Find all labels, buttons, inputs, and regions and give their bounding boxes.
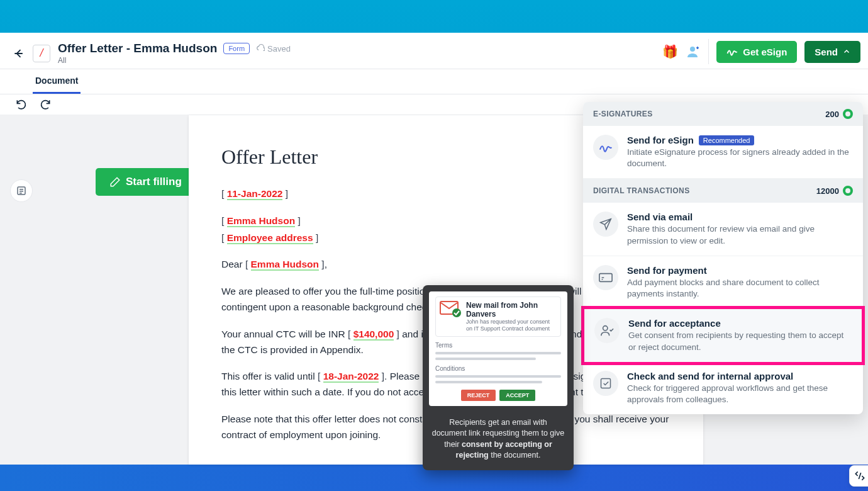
section-esignatures: E-SIGNATURES 200	[583, 102, 863, 126]
send-button[interactable]: Send	[804, 41, 860, 63]
item-send-for-payment[interactable]: Send for payment Add payment blocks and …	[583, 256, 863, 309]
signature-icon	[593, 135, 618, 160]
field-ctc[interactable]: $140,000	[353, 329, 394, 341]
recommended-badge: Recommended	[699, 135, 755, 145]
svg-point-7	[452, 308, 461, 317]
start-filling-button[interactable]: Start filling	[96, 168, 196, 196]
app-logo: /	[33, 45, 50, 62]
section-digital-transactions: DIGITAL TRANSACTIONS 12000	[583, 179, 863, 203]
field-date[interactable]: 11-Jan-2022	[227, 188, 283, 200]
saved-indicator: Saved	[256, 44, 291, 54]
form-badge: Form	[223, 43, 250, 54]
app-container: / Offer Letter - Emma Hudson Form Saved …	[0, 33, 868, 458]
envelope-icon	[440, 301, 461, 317]
document-title: Offer Letter - Emma Hudson	[58, 42, 217, 55]
tabs: Document	[0, 69, 868, 94]
add-user-icon[interactable]	[686, 44, 701, 59]
paper-plane-icon	[593, 212, 618, 237]
card-icon	[593, 265, 618, 290]
gift-icon[interactable]: 🎁	[662, 44, 678, 59]
svg-point-4	[603, 326, 608, 330]
field-validity[interactable]: 18-Jan-2022	[323, 371, 379, 383]
item-internal-approval[interactable]: Check and send for internal approval Che…	[583, 362, 863, 414]
get-esign-button[interactable]: Get eSign	[716, 41, 797, 63]
mini-reject-icon: REJECT	[461, 390, 496, 401]
header: / Offer Letter - Emma Hudson Form Saved …	[0, 33, 868, 69]
field-address[interactable]: Employee address	[227, 232, 313, 244]
acceptance-preview-tooltip: New mail from John Danvers John has requ…	[423, 285, 574, 470]
item-send-for-esign[interactable]: Send for eSignRecommended Initiate eSign…	[583, 126, 863, 179]
redo-button[interactable]	[39, 98, 52, 111]
send-dropdown: E-SIGNATURES 200 Send for eSignRecommend…	[583, 102, 863, 414]
field-dear-name[interactable]: Emma Hudson	[251, 259, 320, 271]
field-name[interactable]: Emma Hudson	[227, 215, 296, 227]
ring-icon	[843, 109, 853, 119]
user-check-icon	[594, 318, 620, 343]
esign-credits: 200	[825, 109, 853, 119]
title-block: Offer Letter - Emma Hudson Form Saved Al…	[58, 42, 291, 65]
tab-document[interactable]: Document	[33, 69, 81, 94]
undo-button[interactable]	[15, 98, 28, 111]
back-button[interactable]	[10, 45, 28, 62]
mini-accept-icon: ACCEPT	[499, 390, 535, 401]
top-gradient-band	[0, 0, 868, 33]
side-handle[interactable]	[849, 465, 868, 487]
item-send-for-acceptance[interactable]: Send for acceptance Get consent from rec…	[581, 306, 865, 364]
dt-credits: 12000	[816, 186, 853, 196]
svg-rect-3	[599, 273, 612, 281]
ring-icon	[843, 186, 853, 196]
item-send-via-email[interactable]: Send via email Share this document for r…	[583, 203, 863, 256]
svg-point-0	[690, 47, 695, 52]
check-square-icon	[593, 371, 618, 396]
mail-subtitle: John has requested your consent on IT Su…	[466, 319, 557, 332]
mail-title: New mail from John Danvers	[466, 301, 557, 319]
outline-toggle[interactable]	[10, 179, 33, 202]
svg-rect-5	[601, 378, 611, 388]
preview-caption: Recipients get an email with document li…	[423, 412, 574, 470]
breadcrumb[interactable]: All	[58, 56, 291, 65]
